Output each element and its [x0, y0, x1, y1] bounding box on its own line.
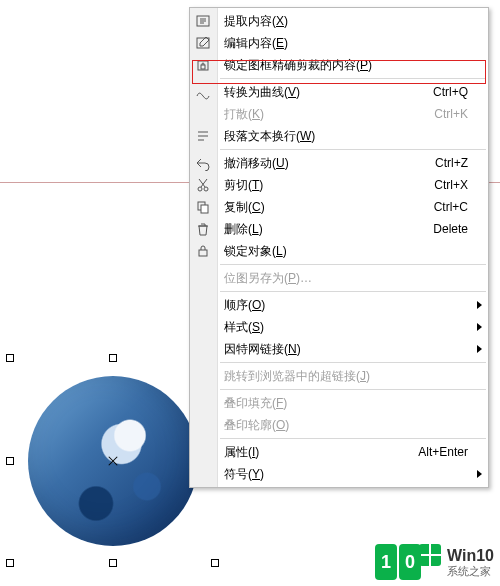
menu-shortcut: Ctrl+Z — [435, 152, 468, 174]
menu-extract-content[interactable]: 提取内容(X) — [190, 10, 488, 32]
logo-digit-0: 0 — [399, 544, 421, 580]
menu-item-label: 叠印轮廓(O) — [224, 414, 289, 436]
menu-item-label: 叠印填充(F) — [224, 392, 287, 414]
menu-break-apart[interactable]: 打散(K) Ctrl+K — [190, 103, 488, 125]
menu-item-label: 打散(K) — [224, 103, 264, 125]
menu-item-label: 符号(Y) — [224, 463, 264, 485]
selection-center-mark — [107, 455, 119, 467]
menu-item-label: 样式(S) — [224, 316, 264, 338]
menu-separator — [220, 291, 486, 292]
menu-separator — [220, 264, 486, 265]
menu-item-label: 锁定对象(L) — [224, 240, 287, 262]
menu-item-label: 跳转到浏览器中的超链接(J) — [224, 365, 370, 387]
menu-item-label: 顺序(O) — [224, 294, 265, 316]
menu-separator — [220, 389, 486, 390]
edit-icon — [194, 34, 212, 52]
resize-handle-bottom-right[interactable] — [211, 559, 219, 567]
menu-shortcut: Delete — [433, 218, 468, 240]
menu-style[interactable]: 样式(S) — [190, 316, 488, 338]
undo-icon — [194, 154, 212, 172]
menu-symbol[interactable]: 符号(Y) — [190, 463, 488, 485]
submenu-arrow-icon — [477, 301, 482, 309]
menu-paragraph-wrap[interactable]: 段落文本换行(W) — [190, 125, 488, 147]
svg-rect-7 — [201, 205, 208, 213]
menu-cut[interactable]: 剪切(T) Ctrl+X — [190, 174, 488, 196]
windows-flag-icon — [419, 544, 441, 566]
menu-item-label: 撤消移动(U) — [224, 152, 289, 174]
menu-overprint-fill[interactable]: 叠印填充(F) — [190, 392, 488, 414]
menu-item-label: 位图另存为(P)… — [224, 267, 312, 289]
menu-item-label: 复制(C) — [224, 196, 265, 218]
delete-icon — [194, 220, 212, 238]
svg-point-5 — [204, 187, 208, 191]
menu-item-label: 提取内容(X) — [224, 10, 288, 32]
menu-item-label: 删除(L) — [224, 218, 263, 240]
copy-icon — [194, 198, 212, 216]
logo-text: Win10 系统之家 — [447, 547, 494, 577]
lock-crop-icon — [194, 56, 212, 74]
menu-item-label: 转换为曲线(V) — [224, 81, 300, 103]
menu-internet-link[interactable]: 因特网链接(N) — [190, 338, 488, 360]
menu-jump-to-hyperlink[interactable]: 跳转到浏览器中的超链接(J) — [190, 365, 488, 387]
resize-handle-top-middle[interactable] — [109, 354, 117, 362]
logo-digit-1: 1 — [375, 544, 397, 580]
menu-shortcut: Alt+Enter — [418, 441, 468, 463]
menu-item-label: 因特网链接(N) — [224, 338, 301, 360]
menu-shortcut: Ctrl+K — [434, 103, 468, 125]
submenu-arrow-icon — [477, 323, 482, 331]
menu-save-bitmap-as[interactable]: 位图另存为(P)… — [190, 267, 488, 289]
menu-overprint-outline[interactable]: 叠印轮廓(O) — [190, 414, 488, 436]
menu-item-label: 段落文本换行(W) — [224, 125, 315, 147]
resize-handle-bottom-middle[interactable] — [109, 559, 117, 567]
wrap-icon — [194, 127, 212, 145]
resize-handle-bottom-left[interactable] — [6, 559, 14, 567]
menu-item-label: 编辑内容(E) — [224, 32, 288, 54]
menu-edit-content[interactable]: 编辑内容(E) — [190, 32, 488, 54]
logo-line2: 系统之家 — [447, 565, 494, 577]
selection-frame[interactable] — [10, 358, 215, 563]
extract-icon — [194, 12, 212, 30]
context-menu: 提取内容(X) 编辑内容(E) 锁定图框精确剪裁的内容(P) 转换为曲线(V) … — [189, 7, 489, 488]
svg-point-4 — [198, 187, 202, 191]
menu-order[interactable]: 顺序(O) — [190, 294, 488, 316]
menu-separator — [220, 78, 486, 79]
menu-item-label: 锁定图框精确剪裁的内容(P) — [224, 54, 372, 76]
svg-rect-8 — [199, 250, 207, 256]
lock-icon — [194, 242, 212, 260]
curve-icon — [194, 83, 212, 101]
menu-lock-powerclip-content[interactable]: 锁定图框精确剪裁的内容(P) — [190, 54, 488, 76]
menu-shortcut: Ctrl+Q — [433, 81, 468, 103]
menu-item-label: 属性(I) — [224, 441, 259, 463]
resize-handle-middle-left[interactable] — [6, 457, 14, 465]
cut-icon — [194, 176, 212, 194]
menu-undo-move[interactable]: 撤消移动(U) Ctrl+Z — [190, 152, 488, 174]
menu-separator — [220, 438, 486, 439]
site-logo: 1 0 Win10 系统之家 — [375, 544, 494, 580]
logo-badge: 1 0 — [375, 544, 441, 580]
logo-line1: Win10 — [447, 547, 494, 565]
menu-separator — [220, 362, 486, 363]
menu-convert-to-curves[interactable]: 转换为曲线(V) Ctrl+Q — [190, 81, 488, 103]
menu-properties[interactable]: 属性(I) Alt+Enter — [190, 441, 488, 463]
menu-copy[interactable]: 复制(C) Ctrl+C — [190, 196, 488, 218]
menu-lock-object[interactable]: 锁定对象(L) — [190, 240, 488, 262]
submenu-arrow-icon — [477, 470, 482, 478]
resize-handle-top-left[interactable] — [6, 354, 14, 362]
menu-delete[interactable]: 删除(L) Delete — [190, 218, 488, 240]
menu-shortcut: Ctrl+X — [434, 174, 468, 196]
menu-item-label: 剪切(T) — [224, 174, 263, 196]
svg-rect-3 — [201, 65, 205, 69]
menu-shortcut: Ctrl+C — [434, 196, 468, 218]
menu-separator — [220, 149, 486, 150]
submenu-arrow-icon — [477, 345, 482, 353]
